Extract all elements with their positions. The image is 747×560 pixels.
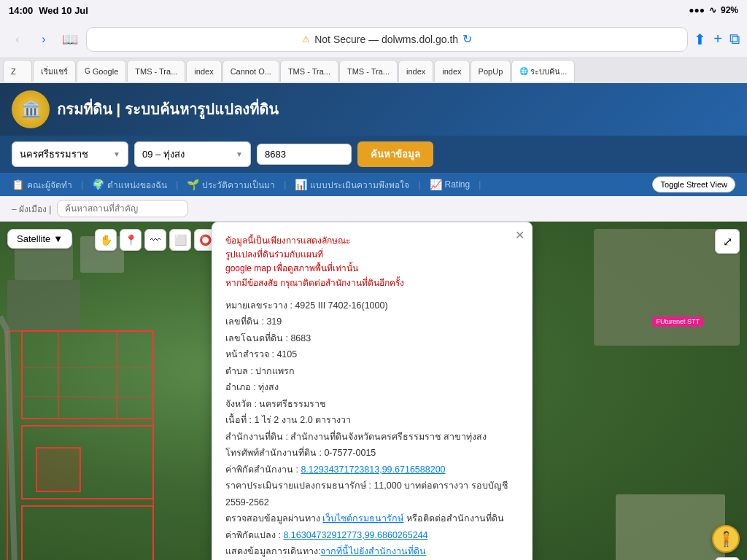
warning-line-2: รูปแปลงที่ดินร่วมกับแผนที่ bbox=[225, 248, 519, 262]
security-icon: ⚠ bbox=[302, 34, 310, 44]
map-area: Satellite ▼ ✋ 📍 〰 ⬜ ⭕ ✏ ⤢ FUturenet STT … bbox=[0, 222, 747, 560]
tab-tms2[interactable]: TMS - Tra... bbox=[280, 60, 338, 82]
coord-parcel-link[interactable]: 8.16304732912773,99.6860265244 bbox=[283, 530, 427, 540]
province-select[interactable]: นครศรีธรรมราช ▼ bbox=[12, 141, 128, 167]
tab-current[interactable]: 🌐 ระบบค้น... bbox=[511, 60, 575, 82]
field-เลขที่ดิน: เลขที่ดิน : 319 bbox=[225, 314, 519, 330]
history-icon: 🌱 bbox=[187, 179, 199, 190]
field-ราคาประเมิน: ราคาประเมินรายแปลงกรมธนารักษ์ : 11,000 บ… bbox=[225, 478, 519, 510]
tab-tms2-label: TMS - Tra... bbox=[288, 67, 330, 76]
site-logo: 🏛️ bbox=[12, 90, 50, 128]
popup-warning: ข้อมูลนี้เป็นเพียงการแสดงลักษณะ รูปแปลงท… bbox=[225, 234, 519, 290]
back-button[interactable]: ‹ bbox=[7, 29, 28, 50]
team-label: คณะผู้จัดทำ bbox=[27, 178, 72, 192]
tab-google[interactable]: G Google bbox=[77, 60, 126, 82]
zoom-in-button[interactable]: + bbox=[715, 557, 740, 560]
tab-cannot[interactable]: Cannot O... bbox=[222, 60, 279, 82]
directions-link[interactable]: จากที่นี้ไปยังสำนักงานที่ดิน bbox=[320, 546, 426, 556]
futurenet-label: FUturenet STT bbox=[652, 316, 703, 327]
sub-nav-rating[interactable]: 📈 Rating bbox=[430, 179, 471, 190]
battery-indicator: 92% bbox=[721, 5, 738, 15]
tabs-button[interactable]: ⧉ bbox=[729, 31, 740, 47]
survey-icon: 📊 bbox=[295, 179, 307, 190]
popup-close-button[interactable]: ✕ bbox=[515, 228, 525, 242]
parcel-input[interactable] bbox=[257, 144, 352, 165]
reload-button[interactable]: ↻ bbox=[462, 32, 472, 46]
pin-tool-button[interactable]: 📍 bbox=[120, 229, 142, 251]
province-arrow-icon: ▼ bbox=[113, 150, 120, 158]
field-โฉนด: เลขโฉนดที่ดิน : 8683 bbox=[225, 330, 519, 347]
info-popup: ✕ ข้อมูลนี้เป็นเพียงการแสดงลักษณะ รูปแปล… bbox=[212, 222, 533, 560]
tab-index2[interactable]: index bbox=[398, 60, 433, 82]
fullscreen-button[interactable]: ⤢ bbox=[715, 229, 740, 254]
tab-z[interactable]: Z bbox=[3, 60, 32, 82]
line-tool-button[interactable]: 〰 bbox=[144, 229, 166, 251]
field-เดินทาง: แสดงข้อมูลการเดินทาง:จากที่นี้ไปยังสำนัก… bbox=[225, 543, 519, 560]
search-button[interactable]: ค้นหาข้อมูล bbox=[357, 141, 433, 167]
field-สำนักงาน: สำนักงานที่ดิน : สำนักงานที่ดินจังหวัดนค… bbox=[225, 429, 519, 446]
address-bar[interactable]: ⚠ Not Secure — dolwms.dol.go.th ↻ bbox=[86, 27, 688, 52]
survey-label: แบบประเมินความพึงพอใจ bbox=[310, 178, 409, 192]
satellite-button[interactable]: Satellite ▼ bbox=[7, 229, 72, 249]
coord-office-link[interactable]: 8.12934371723813,99.6716588200 bbox=[301, 464, 445, 475]
svg-line-10 bbox=[7, 331, 15, 560]
site-header: 🏛️ กรมที่ดิน | ระบบค้นหารูปแปลงที่ดิน bbox=[0, 83, 747, 136]
satellite-arrow-icon: ▼ bbox=[53, 233, 63, 244]
satellite-label: Satellite bbox=[17, 233, 50, 244]
divider1: | bbox=[81, 179, 83, 190]
tab-tms1-label: TMS - Tra... bbox=[135, 67, 177, 76]
history-label: ประวัติความเป็นมา bbox=[202, 178, 275, 192]
field-พิกัดสำนักงาน: ค่าพิกัดสำนักงาน : 8.12934371723813,99.6… bbox=[225, 462, 519, 478]
sub-nav-team[interactable]: 📋 คณะผู้จัดทำ bbox=[12, 178, 72, 192]
wifi-icon: ∿ bbox=[709, 5, 716, 15]
location-label: ตำแหน่งของฉัน bbox=[107, 178, 167, 192]
tab-google-label: Google bbox=[93, 67, 118, 76]
tab-tms3[interactable]: TMS - Tra... bbox=[339, 60, 398, 82]
tabs-bar: Z เริ่มแชร์ G Google TMS - Tra... index … bbox=[0, 58, 747, 83]
district-select[interactable]: 09 – ทุ่งสง ▼ bbox=[134, 141, 251, 167]
svg-rect-8 bbox=[36, 448, 80, 491]
tab-index3-label: index bbox=[442, 67, 461, 76]
street-view-person-button[interactable]: 🧍 bbox=[712, 525, 740, 553]
warning-line-4: หากมีข้อสงสัย กรุณาติดต่อสำนักงานที่ดินอ… bbox=[225, 276, 519, 290]
place-search-bar: – ผังเมือง | bbox=[0, 196, 747, 222]
bookmarks-button[interactable]: 📖 bbox=[60, 29, 80, 50]
status-bar: 14:00 Wed 10 Jul ●●● ∿ 92% bbox=[0, 0, 747, 20]
browser-toolbar: ‹ › 📖 ⚠ Not Secure — dolwms.dol.go.th ↻ … bbox=[0, 20, 747, 58]
sub-nav-history[interactable]: 🌱 ประวัติความเป็นมา bbox=[187, 178, 275, 192]
field-หน้าสำรวจ: หน้าสำรวจ : 4105 bbox=[225, 346, 519, 363]
signal-icon: ●●● bbox=[689, 5, 705, 15]
divider4: | bbox=[418, 179, 420, 190]
share-button[interactable]: ⬆ bbox=[694, 31, 706, 48]
rect-tool-button[interactable]: ⬜ bbox=[169, 229, 191, 251]
tab-เริ่มแชร์[interactable]: เริ่มแชร์ bbox=[33, 60, 76, 82]
new-tab-button[interactable]: + bbox=[713, 31, 722, 47]
fullscreen-icon: ⤢ bbox=[723, 235, 732, 249]
field-จังหวัด: จังหวัด : นครศรีธรรมราช bbox=[225, 396, 519, 413]
status-day: Wed 10 Jul bbox=[39, 5, 88, 16]
status-time: 14:00 bbox=[9, 5, 33, 16]
field-โทรศัพท์: โทรศัพท์สำนักงานที่ดิน : 0-7577-0015 bbox=[225, 445, 519, 462]
tab-index3[interactable]: index bbox=[434, 60, 469, 82]
tab-popup[interactable]: PopUp bbox=[471, 60, 511, 82]
search-bar: นครศรีธรรมราช ▼ 09 – ทุ่งสง ▼ ค้นหาข้อมู… bbox=[0, 136, 747, 173]
field-ระวาง: หมายเลขระวาง : 4925 III 7402-16(1000) bbox=[225, 298, 519, 314]
tab-index1[interactable]: index bbox=[186, 60, 221, 82]
tab-tms1[interactable]: TMS - Tra... bbox=[127, 60, 185, 82]
svg-rect-0 bbox=[22, 331, 153, 419]
field-ตรวจสอบ: ตรวจสอบข้อมูลผ่านทาง เว็บไซต์กรมธนารักษ์… bbox=[225, 510, 519, 527]
toggle-street-view-button[interactable]: Toggle Street View bbox=[652, 176, 735, 192]
location-icon: 🌍 bbox=[92, 179, 104, 190]
site-title: กรมที่ดิน | ระบบค้นหารูปแปลงที่ดิน bbox=[57, 98, 279, 121]
treasurydept-link[interactable]: เว็บไซต์กรมธนารักษ์ bbox=[322, 513, 403, 524]
forward-button[interactable]: › bbox=[34, 29, 54, 50]
hand-tool-button[interactable]: ✋ bbox=[95, 229, 117, 251]
city-plan-label: – ผังเมือง | bbox=[12, 202, 51, 216]
place-search-input[interactable] bbox=[57, 200, 188, 217]
tab-index1-label: index bbox=[194, 67, 213, 76]
sub-nav-location[interactable]: 🌍 ตำแหน่งของฉัน bbox=[92, 178, 167, 192]
field-เนื้อที่: เนื้อที่ : 1 ไร่ 2 งาน 2.0 ตารางวา bbox=[225, 412, 519, 429]
divider2: | bbox=[176, 179, 178, 190]
svg-rect-3 bbox=[58, 331, 117, 419]
sub-nav-survey[interactable]: 📊 แบบประเมินความพึงพอใจ bbox=[295, 178, 409, 192]
